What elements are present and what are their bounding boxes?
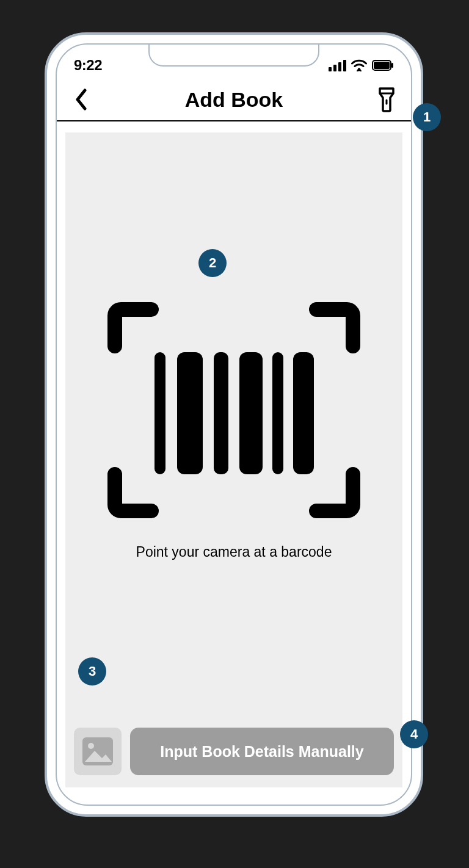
bottom-controls: Input Book Details Manually: [74, 728, 394, 775]
camera-viewfinder: Point your camera at a barcode Input Boo…: [65, 132, 402, 787]
scan-hint-text: Point your camera at a barcode: [103, 544, 365, 560]
page-title: Add Book: [185, 88, 283, 112]
callout-badge-1: 1: [413, 103, 441, 131]
barcode-scan-area: Point your camera at a barcode: [103, 297, 365, 560]
svg-rect-11: [293, 352, 314, 474]
svg-rect-8: [214, 352, 228, 474]
flashlight-icon: [377, 87, 396, 112]
svg-rect-2: [374, 62, 390, 69]
svg-rect-3: [391, 63, 393, 68]
callout-badge-3: 3: [78, 657, 106, 685]
svg-rect-6: [155, 352, 165, 474]
svg-rect-10: [272, 352, 283, 474]
back-button[interactable]: [69, 87, 93, 112]
callout-badge-4: 4: [400, 720, 428, 748]
svg-rect-9: [239, 352, 263, 474]
nav-bar: Add Book: [57, 78, 411, 121]
cellular-signal-icon: [329, 60, 346, 71]
battery-icon: [372, 60, 394, 71]
wifi-icon: [351, 59, 367, 71]
manual-input-button[interactable]: Input Book Details Manually: [130, 728, 394, 775]
barcode-scan-icon: [103, 297, 365, 523]
notch: [148, 43, 319, 67]
callout-badge-2: 2: [198, 249, 227, 277]
phone-screen: 9:22: [56, 43, 412, 806]
chevron-left-icon: [75, 89, 88, 110]
flashlight-button[interactable]: [374, 87, 399, 112]
svg-point-0: [358, 68, 361, 71]
status-time: 9:22: [74, 57, 102, 74]
svg-rect-7: [177, 352, 203, 474]
status-icons: [329, 59, 394, 71]
svg-point-13: [88, 743, 94, 749]
gallery-button[interactable]: [74, 728, 122, 775]
phone-frame: 9:22: [45, 32, 423, 817]
image-icon: [81, 736, 114, 767]
